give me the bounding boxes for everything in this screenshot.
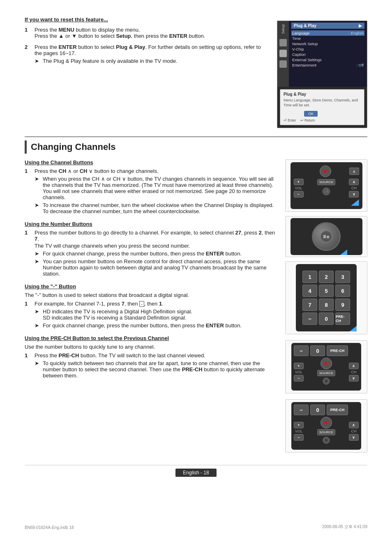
subsection-number-buttons: Using the Number Buttons 1 Press the num… [25,221,277,277]
key-dash-3: − [294,405,309,415]
vol-label-3: VOL [295,429,302,433]
subsection-channel-buttons: Using the Channel Buttons 1 Press the CH… [25,159,277,214]
prech-note-1: ➤ To quickly switch between two channels… [35,360,277,379]
arrow-icon-4: ➤ [35,258,40,277]
language-value: : English [349,31,364,35]
tv-dialog-enter: ⏎ Enter [284,118,296,122]
page-footer: English - 18 [25,465,367,477]
tv-dialog-ok-btn: OK [284,110,361,117]
key-6: 6 [335,285,350,297]
remote-row-3: + VOL − SOURCE [294,417,359,446]
footer-right-text: 2008-08-05 오후 4:41:09 [322,524,367,530]
ch-plus-btn: ∧ [349,179,359,185]
tv-menu-title: Plug & Play ▶ [291,23,364,29]
tv-menu-item-network: Network Setup [291,41,364,46]
section-divider: Changing Channels [25,136,367,154]
ch-note-2-text: To increase the channel number, turn the… [43,202,277,214]
caption-label: Caption [292,52,306,57]
vol-plus-btn: + [294,179,304,185]
sidebar-icon-3 [279,60,287,68]
remote-panel-1: ∧ + VOL − SOURCE [291,162,362,209]
dash-note-2-text: For quick channel change, press the numb… [43,322,242,329]
sidebar-icon-2 [279,50,287,57]
dash-step-1-content: For example, for Channel 7-1, press 7, t… [35,301,277,329]
section-title: Changing Channels [31,142,116,152]
arrow-icon: ➤ [35,58,40,64]
key-0-2: 0 [310,345,325,356]
prech-step-1-content: Press the PRE-CH button. The TV will swi… [35,352,277,379]
arrow-icon-6: ➤ [35,322,40,329]
tv-dialog-ok-label: OK [304,111,318,117]
step-2-note: ➤ The Plug & Play feature is only availa… [35,58,269,64]
dash-step-1-text: For example, for Channel 7-1, press 7, t… [35,301,277,307]
arrow-icon-7: ➤ [35,360,40,379]
time-label: Time [292,36,301,41]
footer-language-badge: English - 18 [175,469,216,477]
key-7: 7 [302,299,317,311]
feature-title: If you want to reset this feature... [25,16,269,23]
vchip-label: V-Chip [292,47,304,51]
prech-step-1: 1 Press the PRE-CH button. The TV will s… [25,352,277,379]
divider-bar [25,140,27,154]
language-label: Language [292,31,309,35]
key-2: 2 [319,271,334,283]
side-images: ∧ + VOL − SOURCE [285,159,367,453]
ch-label: CH [351,186,357,190]
remote-row-vol-ch: + VOL − SOURCE ⏎ [294,179,359,198]
dash-step-1: 1 For example, for Channel 7-1, press 7,… [25,301,277,329]
key-3: 3 [335,271,350,283]
remote-image-1: ∧ + VOL − SOURCE [285,159,367,212]
source-btn: SOURCE [317,179,335,185]
tv-dialog-text: Menu Language, Store Demo, Channels, and… [284,98,361,108]
ch-label-3: CH [351,429,356,433]
subsection-title-channel: Using the Channel Buttons [25,159,277,166]
tv-dialog-footer: ⏎ Enter ↩ Return [284,118,361,122]
ch-minus-btn: ∨ [349,191,359,198]
num-note-1-text: For quick channel change, press the numb… [43,251,242,257]
svg-point-10 [325,380,327,382]
tv-dialog-title: Plug & Play [284,92,361,97]
entertainment-value: : Off [356,63,364,67]
vol-plus-2: + [294,363,304,369]
subsection-prech-button: Using the PRE-CH Button to select the Pr… [25,335,277,379]
key-1: 1 [302,271,317,283]
sidebar-icon-1 [279,39,287,46]
ch-note-2: ➤ To increase the channel number, turn t… [35,202,277,214]
key-5: 5 [319,285,334,297]
step-2-line1: Press the ENTER button to select Plug & … [35,44,269,56]
vol-minus-2: − [294,375,304,382]
num-note-1: ➤ For quick channel change, press the nu… [35,251,277,257]
tv-main-menu: Plug & Play ▶ Language : English Time Ne… [289,21,367,87]
ch-up-btn: ∧ [349,168,359,175]
step-1-line1: Press the MENU button to display the men… [35,27,269,33]
key-4: 4 [302,285,317,297]
key-prech: PRE-CH [335,313,350,325]
ch-note-1-text: When you press the CH ∧ or CH ∨ button, … [43,176,277,200]
source-btn-2: SOURCE [317,370,335,376]
key-dash-2: − [294,345,309,356]
dash-step-1-num: 1 [25,301,30,307]
vol-label: VOL [295,186,302,190]
key-0: 0 [319,313,334,325]
content-area: Using the Channel Buttons 1 Press the CH… [25,159,367,453]
key-8: 8 [319,299,334,311]
arrow-icon-5: ➤ [35,308,40,321]
subsection-title-number: Using the Number Buttons [25,221,277,227]
remote-image-2 [285,216,367,257]
tv-dialog-return: ↩ Return [300,118,315,122]
ch-label-2: CH [351,370,356,374]
entertainment-label: Entertainment [292,63,316,67]
step-2-num: 2 [25,44,30,50]
sidebar-label: Setup [281,24,285,34]
mute-button [320,166,331,177]
svg-point-14 [325,439,327,441]
vol-minus-btn: − [294,191,304,198]
dash-note-1: ➤ HD indicates the TV is receiving a Dig… [35,308,277,321]
tv-menu-header: Setup Plug & Play ▶ Language : English [277,21,367,87]
tv-menu-image: Setup Plug & Play ▶ Language : English [277,21,367,128]
svg-rect-6 [327,236,329,238]
num-step-1: 1 Press the number buttons to go directl… [25,230,277,277]
tv-menu-screenshot: Setup Plug & Play ▶ Language : English [277,21,367,128]
mute-button-3 [321,417,332,428]
step-2-content: Press the ENTER button to select Plug & … [35,44,269,64]
